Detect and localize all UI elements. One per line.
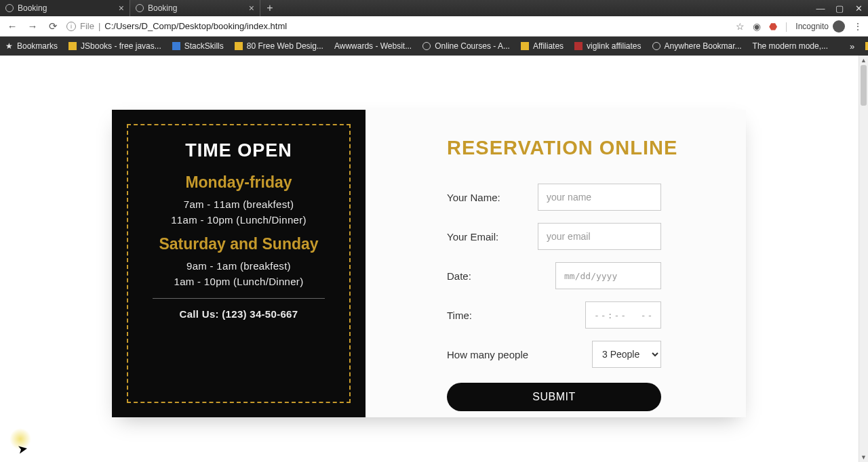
- tab-2-title: Booking: [148, 3, 177, 13]
- reservation-form: RESERVATION ONLINE Your Name: Your Email…: [366, 110, 746, 417]
- star-icon: ★: [5, 41, 13, 51]
- address-bar: ← → ⟳ i File | C:/Users/D_Comp/Desktop/b…: [0, 16, 868, 37]
- submit-button[interactable]: SUBMIT: [447, 383, 661, 411]
- window-controls: — ▢ ✕: [811, 0, 868, 16]
- close-window-icon[interactable]: ✕: [849, 0, 868, 16]
- name-input[interactable]: [538, 184, 661, 211]
- weekday-heading: Monday-friday: [138, 173, 340, 192]
- row-date: Date:: [447, 261, 746, 291]
- people-select[interactable]: 3 People: [592, 341, 661, 368]
- bookmark-jsbooks[interactable]: JSbooks - free javas...: [68, 41, 161, 51]
- menu-icon[interactable]: ⋮: [853, 21, 863, 32]
- divider: |: [785, 21, 788, 32]
- bookmarks-bar: ★Bookmarks JSbooks - free javas... Stack…: [0, 37, 868, 56]
- scroll-down-icon[interactable]: ▼: [859, 453, 868, 462]
- date-label: Date:: [447, 270, 538, 282]
- bookmark-awwwards[interactable]: Awwwards - Websit...: [334, 41, 412, 51]
- tab-2[interactable]: Booking ×: [130, 0, 260, 16]
- weekday-line-1: 7am - 11am (breakfest): [138, 198, 340, 210]
- new-tab-button[interactable]: +: [260, 0, 279, 16]
- back-icon[interactable]: ←: [5, 20, 19, 33]
- bookmark-onlinecourses[interactable]: Online Courses - A...: [422, 41, 510, 51]
- globe-icon: [136, 4, 144, 12]
- row-time: Time:: [447, 300, 746, 330]
- folder-icon: [68, 42, 77, 50]
- email-input[interactable]: [538, 223, 661, 250]
- row-people: How many people 3 People: [447, 339, 746, 369]
- form-title: RESERVATION ONLINE: [447, 137, 746, 159]
- folder-icon: [521, 42, 529, 50]
- url-scheme: File: [80, 21, 94, 31]
- omnibox[interactable]: i File | C:/Users/D_Comp/Desktop/booking…: [66, 21, 729, 31]
- star-icon[interactable]: ☆: [736, 21, 745, 32]
- folder-icon: [574, 42, 583, 50]
- info-icon[interactable]: i: [66, 22, 76, 31]
- hours-title: TIME OPEN: [138, 140, 340, 161]
- name-label: Your Name:: [447, 192, 538, 203]
- bookmark-80free[interactable]: 80 Free Web Desig...: [235, 41, 323, 51]
- vertical-scrollbar[interactable]: ▲ ▼: [859, 56, 868, 462]
- minimize-icon[interactable]: —: [811, 0, 830, 16]
- bookmark-modernmode[interactable]: The modern mode,...: [753, 41, 828, 51]
- reservation-card: TIME OPEN Monday-friday 7am - 11am (brea…: [112, 110, 746, 417]
- toolbar-right: ☆ ◉ ⬣ | Incognito ⋮: [736, 20, 863, 33]
- bookmark-stackskills[interactable]: StackSkills: [172, 41, 224, 51]
- folder-icon: [865, 42, 868, 50]
- row-email: Your Email:: [447, 222, 746, 251]
- folder-icon: [235, 42, 243, 50]
- globe-icon: [422, 42, 431, 50]
- tab-1[interactable]: Booking ×: [0, 0, 130, 16]
- hours-box: TIME OPEN Monday-friday 7am - 11am (brea…: [127, 124, 351, 403]
- tab-1-title: Booking: [18, 3, 47, 13]
- globe-icon: [652, 42, 660, 50]
- incognito-label: Incognito: [795, 22, 829, 31]
- overflow-icon[interactable]: »: [850, 41, 854, 51]
- divider: [153, 298, 325, 299]
- camera-icon[interactable]: ◉: [753, 21, 761, 32]
- close-icon[interactable]: ×: [249, 3, 254, 14]
- browser-chrome: Booking × Booking × + — ▢ ✕ ← → ⟳ i File…: [0, 0, 868, 56]
- forward-icon[interactable]: →: [26, 20, 39, 33]
- incognito-icon: [833, 20, 845, 33]
- time-label: Time:: [447, 310, 538, 321]
- bookmark-anywhere[interactable]: Anywhere Bookmar...: [652, 41, 742, 51]
- incognito-indicator: Incognito: [795, 20, 845, 33]
- close-icon[interactable]: ×: [119, 3, 124, 14]
- time-input[interactable]: [585, 301, 661, 329]
- hours-panel: TIME OPEN Monday-friday 7am - 11am (brea…: [112, 110, 366, 417]
- page-viewport: TIME OPEN Monday-friday 7am - 11am (brea…: [0, 56, 868, 462]
- weekend-line-2: 1am - 10pm (Lunch/Dinner): [138, 276, 340, 287]
- reload-icon[interactable]: ⟳: [46, 20, 60, 33]
- bookmark-affiliates[interactable]: Affiliates: [521, 41, 564, 51]
- scroll-up-icon[interactable]: ▲: [859, 56, 868, 65]
- tab-strip: Booking × Booking × + — ▢ ✕: [0, 0, 868, 16]
- scroll-thumb[interactable]: [861, 65, 867, 106]
- weekday-line-2: 11am - 10pm (Lunch/Dinner): [138, 214, 340, 226]
- shield-icon[interactable]: ⬣: [769, 21, 777, 32]
- row-name: Your Name:: [447, 182, 746, 212]
- globe-icon: [5, 4, 14, 12]
- bookmark-viglink[interactable]: viglink affiliates: [574, 41, 641, 51]
- date-input[interactable]: [555, 262, 661, 289]
- call-us: Call Us: (123) 34-50-667: [138, 308, 340, 320]
- url-sep: |: [98, 21, 100, 31]
- other-bookmarks[interactable]: Other bookmarks: [865, 41, 868, 51]
- maximize-icon[interactable]: ▢: [830, 0, 849, 16]
- folder-icon: [172, 42, 180, 50]
- weekend-heading: Saturday and Sunday: [138, 235, 340, 253]
- weekend-line-1: 9am - 1am (breakfest): [138, 260, 340, 272]
- bookmark-bookmarks[interactable]: ★Bookmarks: [5, 41, 58, 51]
- url-path: C:/Users/D_Comp/Desktop/booking/index.ht…: [104, 21, 287, 31]
- email-label: Your Email:: [447, 231, 538, 243]
- people-label: How many people: [447, 349, 538, 360]
